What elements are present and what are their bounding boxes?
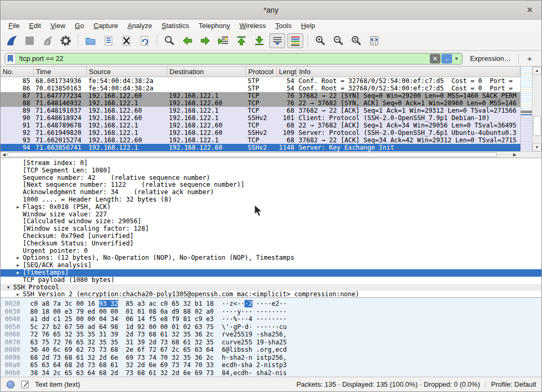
packet-row-94[interactable]: 9471.663856741192.168.122.1192.168.122.6… <box>1 144 520 151</box>
zoom-in-button[interactable] <box>312 33 328 48</box>
expander-closed-icon[interactable]: ▶ <box>13 204 23 211</box>
filter-input[interactable]: !tcp.port == 22 <box>16 54 430 62</box>
hex-ascii[interactable]: curve255 19-sha25 <box>222 339 287 347</box>
scroll-down-arrow[interactable]: ▼ <box>532 143 541 151</box>
packet-list-header[interactable]: No. Time Source Destination Protocol Len… <box>1 67 520 77</box>
packet-row-85[interactable]: 8568.001734936fe:54:00:d4:38:2aSTP54Conf… <box>1 77 520 85</box>
expander-open-icon[interactable]: ▼ <box>4 284 13 291</box>
detail-line[interactable]: ▶Options: (12 bytes), No-Operation (NOP)… <box>1 254 541 262</box>
expander-closed-icon[interactable]: ▶ <box>13 291 23 297</box>
capture-options-button[interactable] <box>58 33 74 48</box>
detail-line[interactable]: TCP payload (1080 bytes) <box>1 277 541 284</box>
hex-row-0060[interactable]: 006072 76 65 32 35 35 31 39 2d 73 68 61 … <box>1 331 541 339</box>
hex-ascii[interactable]: ····y··· ········ <box>222 308 287 316</box>
go-next-button[interactable] <box>197 33 213 48</box>
column-header-length[interactable]: Length <box>277 67 297 77</box>
find-packet-button[interactable] <box>161 33 177 48</box>
hex-bytes[interactable]: 36 40 6c 69 62 73 73 68 2e 6f 72 67 2c 6… <box>30 346 216 354</box>
hex-row-00b0[interactable]: 00b038 34 2c 65 63 64 68 2d 73 68 61 32 … <box>1 369 541 377</box>
hex-bytes[interactable]: 63 75 72 76 65 32 35 35 31 39 2d 73 68 6… <box>30 339 216 347</box>
hex-ascii[interactable]: rve25519 -sha256, <box>222 331 287 339</box>
packet-row-91[interactable]: 9171.648789678192.168.122.1192.168.122.6… <box>1 122 520 129</box>
hex-bytes[interactable]: 65 63 64 68 2d 73 68 61 32 2d 6e 69 73 7… <box>30 361 216 369</box>
scroll-minimap[interactable] <box>520 67 532 151</box>
title-bar[interactable]: *any ✕ <box>1 1 541 20</box>
scroll-up-arrow[interactable]: ▲ <box>532 67 541 75</box>
go-previous-button[interactable] <box>179 33 195 48</box>
menu-analyze[interactable]: Analyze <box>123 21 157 31</box>
hex-row-0080[interactable]: 008036 40 6c 69 62 73 73 68 2e 6f 72 67 … <box>1 346 541 354</box>
filter-dropdown-caret[interactable]: ▼ <box>454 56 459 61</box>
expression-button[interactable]: Expression… <box>466 54 515 62</box>
close-window-button[interactable]: ✕ <box>525 5 535 15</box>
hex-ascii[interactable]: ecdh-sha 2-nistp3 <box>222 361 287 369</box>
zoom-original-button[interactable] <box>348 33 364 48</box>
column-header-info[interactable]: Info <box>297 67 520 77</box>
hex-row-00a0[interactable]: 00a065 63 64 68 2d 73 68 61 32 2d 6e 69 … <box>1 361 541 369</box>
hex-row-0020[interactable]: 0020c0 a8 7a 3c 00 16 93 32 85 a3 ac c0 … <box>1 300 541 308</box>
detail-line[interactable]: Acknowledgment number: 34 (relative ack … <box>1 189 541 196</box>
expert-info-icon[interactable] <box>6 380 15 389</box>
zoom-out-button[interactable] <box>330 33 346 48</box>
hex-row-0040[interactable]: 0040a1 dd c1 25 00 00 04 34 06 14 f5 e8 … <box>1 315 541 323</box>
menu-file[interactable]: File <box>4 21 24 31</box>
detail-line[interactable]: Sequence number: 42 (relative sequence n… <box>1 175 541 182</box>
go-last-packet-button[interactable] <box>251 33 267 48</box>
menu-tools[interactable]: Tools <box>270 21 296 31</box>
detail-line[interactable]: [Calculated window size: 29056] <box>1 218 541 225</box>
menu-edit[interactable]: Edit <box>24 21 46 31</box>
hscroll-thumb[interactable] <box>7 152 497 157</box>
packet-row-93[interactable]: 9371.662015274192.168.122.60192.168.122.… <box>1 136 520 144</box>
packet-row-90[interactable]: 9071.648618924192.168.122.60192.168.122.… <box>1 114 520 122</box>
column-header-no[interactable]: No. <box>1 67 34 77</box>
packet-list-hscrollbar[interactable]: ◀ ▶ <box>1 151 541 158</box>
restart-capture-button[interactable] <box>40 33 56 48</box>
stop-capture-button[interactable] <box>22 33 38 48</box>
menu-go[interactable]: Go <box>70 21 88 31</box>
capture-comment-icon[interactable] <box>21 380 30 389</box>
hex-row-0050[interactable]: 00505c 27 b2 67 50 ad 64 98 1d 92 00 00 … <box>1 323 541 331</box>
menu-help[interactable]: Help <box>296 21 320 31</box>
add-filter-button[interactable]: + <box>522 54 537 63</box>
detail-line[interactable]: Urgent pointer: 0 <box>1 248 541 255</box>
hex-bytes[interactable]: 68 2d 73 68 61 32 2d 6e 69 73 74 70 32 3… <box>30 354 216 362</box>
filter-clear-button[interactable]: ✕ <box>430 54 440 63</box>
column-header-source[interactable]: Source <box>87 67 167 77</box>
menu-wireless[interactable]: Wireless <box>235 21 271 31</box>
auto-scroll-toggle[interactable] <box>269 33 285 48</box>
open-file-button[interactable] <box>83 33 98 48</box>
column-header-protocol[interactable]: Protocol <box>246 67 277 77</box>
menu-telephony[interactable]: Telephony <box>194 21 234 31</box>
detail-line[interactable]: [Checksum Status: Unverified] <box>1 240 541 248</box>
detail-line[interactable]: [TCP Segment Len: 1080] <box>1 167 541 175</box>
hex-bytes[interactable]: 38 34 2c 65 63 64 68 2d 73 68 61 32 2d 6… <box>30 369 216 377</box>
packet-row-86[interactable]: 8670.013850163fe:54:00:d4:38:2aSTP54Conf… <box>1 85 520 92</box>
column-header-time[interactable]: Time <box>34 67 87 77</box>
hex-row-0030[interactable]: 003080 18 00 e3 79 ed 00 00 01 01 08 0a … <box>1 308 541 316</box>
filter-bookmark-button[interactable] <box>5 53 16 64</box>
filter-apply-button[interactable]: → <box>441 54 452 63</box>
hex-ascii[interactable]: 6@libssh .org,ecd <box>222 346 287 354</box>
menu-capture[interactable]: Capture <box>89 21 123 31</box>
detail-line[interactable]: Checksum: 0x79ed [unverified] <box>1 233 541 240</box>
profile-status[interactable]: Profile: Default <box>491 380 536 388</box>
scroll-right-arrow[interactable]: ▶ <box>511 152 518 158</box>
hex-ascii[interactable]: \'·gP·d· ······cu <box>222 323 287 331</box>
packet-row-88[interactable]: 8871.648146932192.168.122.1192.168.122.6… <box>1 99 520 107</box>
detail-line[interactable]: [Window size scaling factor: 128] <box>1 225 541 233</box>
reload-file-button[interactable] <box>137 33 152 48</box>
hex-bytes[interactable]: 80 18 00 e3 79 ed 00 00 01 01 08 0a d9 8… <box>30 308 216 316</box>
packet-row-92[interactable]: 9271.661949820192.168.122.1192.168.122.6… <box>1 129 520 136</box>
start-capture-button[interactable] <box>4 33 20 48</box>
hex-bytes[interactable]: 5c 27 b2 67 50 ad 64 98 1d 92 00 00 01 0… <box>30 323 216 331</box>
hex-ascii[interactable]: ···%···4 ········ <box>222 315 287 323</box>
detail-line[interactable]: ▶[Timestamps] <box>1 269 541 277</box>
detail-line[interactable]: ▶SSH Version 2 (encryption:chacha20-poly… <box>1 291 541 297</box>
hex-ascii[interactable]: 84,ecdh- sha2-nis <box>222 369 287 377</box>
menu-statistics[interactable]: Statistics <box>157 21 194 31</box>
expander-closed-icon[interactable]: ▶ <box>13 269 23 277</box>
hex-bytes[interactable]: 72 76 65 32 35 35 31 39 2d 73 68 61 32 3… <box>30 331 216 339</box>
detail-line[interactable]: ▶Flags: 0x018 (PSH, ACK) <box>1 204 541 211</box>
scroll-left-arrow[interactable]: ◀ <box>1 152 7 158</box>
detail-line[interactable]: Window size value: 227 <box>1 211 541 218</box>
